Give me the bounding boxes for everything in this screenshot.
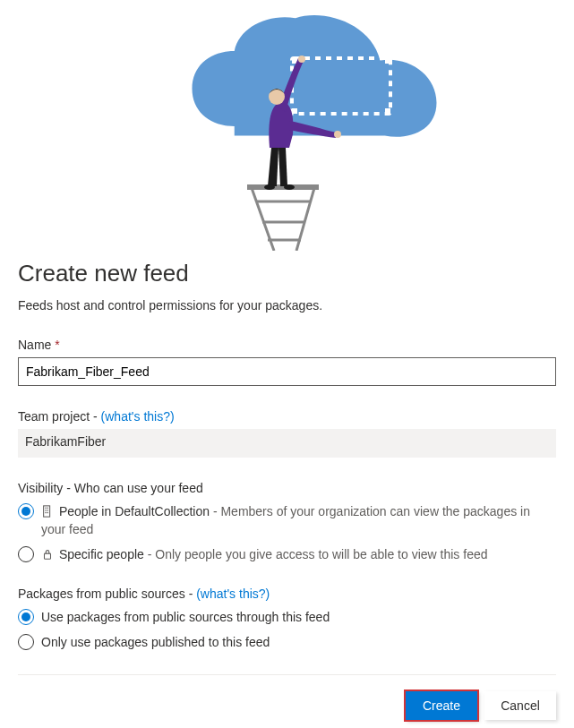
name-group: Name * [18, 338, 556, 386]
team-project-label: Team project - (what's this?) [18, 409, 556, 424]
svg-rect-3 [292, 108, 297, 114]
public-sources-label: Packages from public sources - (what's t… [18, 587, 556, 601]
radio-public-only[interactable] [18, 634, 34, 650]
svg-rect-21 [45, 512, 46, 513]
public-sources-whats-this-link[interactable]: (what's this?) [196, 587, 270, 601]
public-use-label: Use packages from public sources through… [41, 608, 556, 626]
team-project-label-text: Team project - [18, 409, 101, 424]
public-sources-option-only[interactable]: Only use packages published to this feed [18, 633, 556, 651]
public-sources-group: Packages from public sources - (what's t… [18, 587, 556, 651]
dialog-footer: Create Cancel [18, 691, 556, 720]
svg-rect-23 [45, 553, 51, 559]
radio-public-use[interactable] [18, 609, 34, 625]
create-button[interactable]: Create [406, 691, 477, 720]
visibility-option-specific-label: Specific people - Only people you give a… [41, 545, 556, 563]
visibility-group: Visibility - Who can use your feed Peopl… [18, 481, 556, 563]
svg-point-13 [334, 131, 341, 138]
team-project-whats-this-link[interactable]: (what's this?) [101, 409, 175, 424]
visibility-option-org[interactable]: People in DefaultCollection - Members of… [18, 502, 556, 538]
public-sources-option-use[interactable]: Use packages from public sources through… [18, 608, 556, 626]
svg-point-12 [298, 56, 305, 63]
cancel-button[interactable]: Cancel [484, 691, 556, 720]
svg-point-11 [269, 89, 285, 105]
svg-rect-20 [47, 510, 48, 510]
cloud-illustration [135, 9, 440, 251]
public-sources-label-text: Packages from public sources - [18, 587, 196, 601]
public-only-label: Only use packages published to this feed [41, 633, 556, 651]
svg-point-15 [284, 184, 295, 190]
visibility-org-title: People in DefaultCollection [59, 504, 210, 518]
team-project-value: FabrikamFiber [18, 429, 556, 458]
svg-rect-4 [385, 108, 390, 114]
required-marker: * [55, 338, 59, 352]
visibility-specific-title: Specific people [59, 547, 144, 561]
page-title: Create new feed [18, 260, 556, 287]
svg-rect-19 [45, 510, 46, 510]
organization-icon [41, 505, 54, 518]
illustration [18, 0, 556, 251]
team-project-group: Team project - (what's this?) FabrikamFi… [18, 409, 556, 458]
page-subtitle: Feeds host and control permissions for y… [18, 298, 556, 313]
lock-icon [41, 548, 54, 561]
svg-rect-22 [47, 512, 48, 513]
name-label: Name * [18, 338, 556, 352]
svg-rect-17 [45, 508, 46, 509]
radio-visibility-org[interactable] [18, 503, 34, 519]
visibility-option-specific[interactable]: Specific people - Only people you give a… [18, 545, 556, 563]
svg-rect-2 [385, 58, 390, 64]
svg-point-14 [264, 184, 275, 190]
visibility-label: Visibility - Who can use your feed [18, 481, 556, 495]
visibility-option-org-label: People in DefaultCollection - Members of… [41, 502, 556, 538]
radio-visibility-specific[interactable] [18, 546, 34, 562]
name-label-text: Name [18, 338, 51, 352]
svg-rect-18 [47, 508, 48, 509]
svg-rect-16 [44, 506, 50, 517]
visibility-specific-desc: - Only people you give access to will be… [144, 547, 488, 561]
name-input[interactable] [18, 357, 556, 386]
divider [18, 674, 556, 675]
